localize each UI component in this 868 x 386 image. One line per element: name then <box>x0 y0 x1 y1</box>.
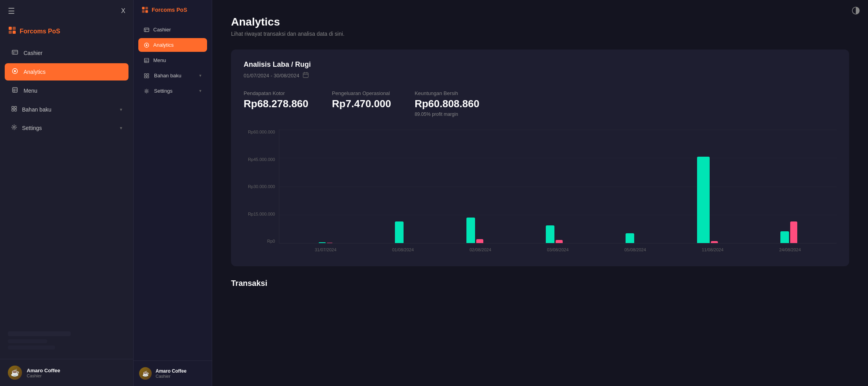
sidebar-middle-footer: ☕ Amaro Coffee Cashier <box>134 360 212 386</box>
footer-name-left: Amaro Coffee <box>27 368 60 373</box>
sidebar-left-header: ☰ X <box>0 0 133 22</box>
menu-icon-middle <box>144 58 149 63</box>
chart-area <box>279 130 837 243</box>
bahan-baku-chevron-icon: ▾ <box>120 107 122 112</box>
keuntungan-sub: 89.05% profit margin <box>415 112 479 117</box>
bar-group-0 <box>319 242 332 243</box>
bar-group-4 <box>626 233 634 243</box>
bar-pink-5 <box>711 241 718 243</box>
cashier-label: Cashier <box>24 50 42 56</box>
pendapatan-label: Pendapatan Kotor <box>244 90 308 96</box>
settings-chevron-icon: ▾ <box>120 125 122 131</box>
bahan-baku-icon <box>11 106 17 113</box>
y-label-45m: Rp45.000.000 <box>248 157 275 162</box>
bar-green-2 <box>466 218 475 243</box>
svg-rect-32 <box>147 73 149 75</box>
bar-pink-3 <box>556 240 563 243</box>
x-label-3: 03/08/2024 <box>547 244 569 255</box>
sidebar-middle-header: Forcoms PoS <box>134 0 212 20</box>
footer-name-middle: Amaro Coffee <box>156 368 187 374</box>
sidebar-left-nav: Cashier Analytics Menu <box>0 44 133 325</box>
transaksi-title: Transaksi <box>231 276 849 288</box>
svg-rect-15 <box>12 109 14 111</box>
keuntungan-value: Rp60.808.860 <box>415 98 479 110</box>
bahan-baku-icon-middle <box>144 73 149 79</box>
svg-rect-20 <box>142 10 145 13</box>
bar-pink-0 <box>327 243 332 243</box>
svg-rect-21 <box>145 10 148 13</box>
keuntungan-label: Keuntungan Bersih <box>415 90 479 96</box>
bar-green-6 <box>780 231 789 243</box>
sidebar-item-analytics[interactable]: Analytics <box>5 63 128 80</box>
svg-rect-31 <box>145 73 147 75</box>
svg-rect-27 <box>145 58 149 62</box>
svg-point-35 <box>146 90 147 92</box>
bars-area <box>279 130 837 243</box>
bahan-baku-label: Bahan baku <box>22 106 51 113</box>
bar-group-6 <box>780 221 797 243</box>
svg-rect-13 <box>12 106 14 108</box>
menu-icon <box>11 87 19 95</box>
bar-green-3 <box>546 225 554 243</box>
svg-rect-34 <box>147 76 149 78</box>
sidebar-item-bahan-baku[interactable]: Bahan baku ▾ <box>5 101 128 118</box>
x-label-0: 31/07/2024 <box>315 244 336 255</box>
metric-pendapatan: Pendapatan Kotor Rp68.278.860 <box>244 90 308 117</box>
x-label-2: 02/08/2024 <box>470 244 491 255</box>
svg-rect-33 <box>145 76 147 78</box>
cashier-icon-middle <box>144 27 149 33</box>
settings-chevron-middle: ▾ <box>199 88 202 93</box>
close-button[interactable]: X <box>121 7 125 15</box>
svg-rect-1 <box>13 27 16 30</box>
settings-label-middle: Settings <box>154 88 172 94</box>
svg-rect-2 <box>9 31 12 34</box>
brand-middle: Forcoms PoS <box>141 6 187 13</box>
calendar-icon[interactable] <box>303 72 309 79</box>
middle-nav-menu[interactable]: Menu <box>138 53 207 67</box>
menu-label: Menu <box>24 88 37 94</box>
bar-pink-2 <box>476 239 483 243</box>
middle-nav-settings[interactable]: Settings ▾ <box>138 84 207 98</box>
page-title: Analytics <box>231 16 849 28</box>
avatar-middle: ☕ <box>139 367 152 380</box>
pengeluaran-value: Rp7.470.000 <box>332 98 391 110</box>
brand-name-middle: Forcoms PoS <box>152 7 187 13</box>
sidebar-item-menu[interactable]: Menu <box>5 82 128 99</box>
svg-rect-3 <box>13 31 16 34</box>
card-title: Analisis Laba / Rugi <box>244 60 837 69</box>
top-right-icon[interactable] <box>851 6 860 17</box>
metrics-row: Pendapatan Kotor Rp68.278.860 Pengeluara… <box>244 90 837 117</box>
hamburger-icon[interactable]: ☰ <box>8 6 15 16</box>
sidebar-item-settings[interactable]: Settings ▾ <box>5 119 128 136</box>
brand-logo-icon <box>8 26 17 37</box>
bar-green-4 <box>626 233 634 243</box>
metric-pengeluaran: Pengeluaran Operasional Rp7.470.000 <box>332 90 391 117</box>
y-label-0: Rp0 <box>267 239 275 243</box>
cashier-label-middle: Cashier <box>153 27 171 33</box>
date-range-text: 01/07/2024 - 30/08/2024 <box>244 73 299 79</box>
middle-nav-analytics[interactable]: Analytics <box>138 38 207 52</box>
x-labels: 31/07/2024 01/08/2024 02/08/2024 03/08/2… <box>279 244 837 255</box>
svg-rect-9 <box>13 88 17 92</box>
date-range: 01/07/2024 - 30/08/2024 <box>244 72 837 79</box>
analytics-icon-middle <box>144 42 149 48</box>
svg-rect-4 <box>12 50 18 54</box>
chart-container: Rp60.000.000 Rp45.000.000 Rp30.000.000 R… <box>244 130 837 255</box>
svg-rect-14 <box>15 106 17 108</box>
svg-point-17 <box>13 126 15 128</box>
settings-label: Settings <box>22 125 42 131</box>
y-label-30m: Rp30.000.000 <box>248 184 275 189</box>
transaksi-section: Transaksi <box>231 276 849 288</box>
svg-rect-22 <box>144 28 149 31</box>
bar-green-0 <box>319 242 326 243</box>
avatar-left: ☕ <box>8 366 22 380</box>
bar-green-5 <box>697 157 710 243</box>
middle-nav-cashier[interactable]: Cashier <box>138 23 207 37</box>
menu-label-middle: Menu <box>153 57 166 63</box>
bar-green-1 <box>395 221 404 243</box>
sidebar-item-cashier[interactable]: Cashier <box>5 44 128 62</box>
middle-nav-bahan-baku[interactable]: Bahan baku ▾ <box>138 69 207 82</box>
svg-rect-19 <box>145 7 148 10</box>
x-label-1: 01/08/2024 <box>392 244 414 255</box>
footer-role-left: Cashier <box>27 373 60 378</box>
